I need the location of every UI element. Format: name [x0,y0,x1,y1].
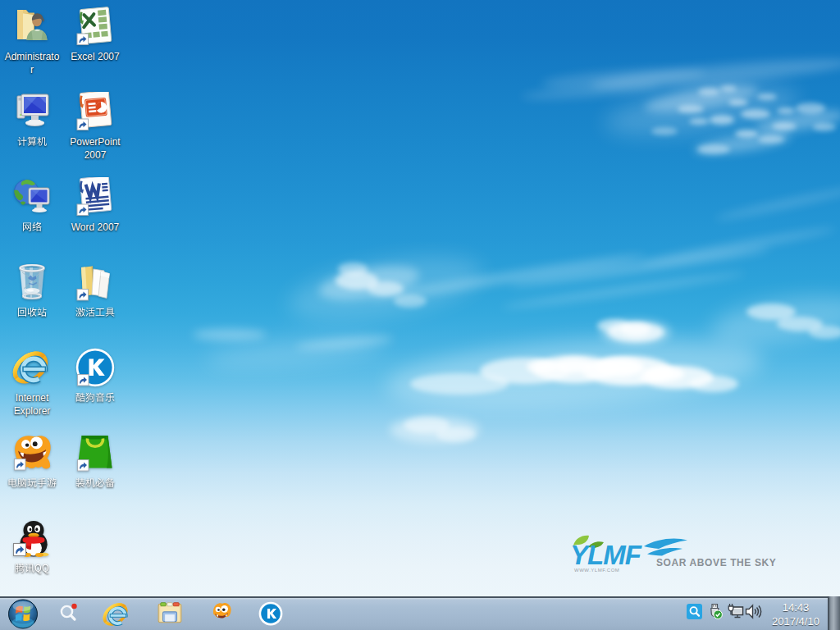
svg-text:WWW.YLMF.COM: WWW.YLMF.COM [574,568,619,573]
svg-text:SOAR ABOVE THE SKY: SOAR ABOVE THE SKY [656,557,776,568]
svg-text:YLMF: YLMF [572,540,642,570]
